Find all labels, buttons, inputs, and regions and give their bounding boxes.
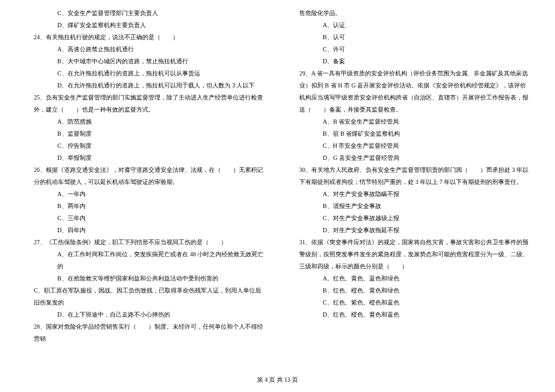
option-text: D、在允许拖拉机通行的道路上，拖拉机可以用于载人，但人数为 3 人以下 bbox=[24, 80, 265, 92]
option-text: C、H 市安全生产监督经管局 bbox=[290, 140, 531, 152]
option-text: B、在抢险救灾等维护国家利益和公共利益活动中受到伤害的 bbox=[24, 273, 265, 285]
option-text: A、对生产安全事故隐瞒不报 bbox=[290, 188, 531, 200]
option-text: C、许可 bbox=[290, 43, 531, 55]
page-footer: 第 4 页 共 13 页 bbox=[0, 374, 555, 386]
question-29: 29、A 省一具有甲级资质的安全评价机构（评价业务范围为金属、非金属矿及其他采选… bbox=[290, 68, 531, 116]
option-text: C、三年内 bbox=[24, 212, 265, 224]
option-text: C、对生产安全事故越级上报 bbox=[290, 212, 531, 224]
option-text: C、控告制度 bbox=[24, 140, 265, 152]
option-text: C、红色、紫色、橙色和蓝色 bbox=[290, 297, 531, 309]
question-25: 25、负有安全生产监督管理的部门实施监督管理，除了主动进入生产经营单位进行检查外… bbox=[24, 92, 265, 116]
option-text: B、驻 B 省煤矿安全监察机构 bbox=[290, 128, 531, 140]
option-text: A、防范措施 bbox=[24, 116, 265, 128]
option-text: B、监督制度 bbox=[24, 128, 265, 140]
page-container: C、安全生产监督管理部门主要负责人 D、煤矿安全监察机构主要负责人 24、有关拖… bbox=[24, 7, 531, 363]
option-text: A、高速公路禁止拖拉机通行 bbox=[24, 43, 265, 55]
option-text: D、红色、橙色、黄色和蓝色 bbox=[290, 309, 531, 321]
option-text: D、G 县安全生产监督经管局 bbox=[290, 152, 531, 164]
question-24: 24、有关拖拉机行驶的规定，说法不正确的是（ ） bbox=[24, 31, 265, 43]
option-text: B、大中城市中心城区内的道路，禁止拖拉机通行 bbox=[24, 55, 265, 68]
option-text: B、认可 bbox=[290, 31, 531, 43]
option-text: B、谎报生产安全事故 bbox=[290, 200, 531, 212]
option-text: D、对生产安全事故拖延不报 bbox=[290, 224, 531, 236]
option-text: A、认证 bbox=[290, 19, 531, 31]
option-text: A、B 省安全生产监督经管局 bbox=[290, 116, 531, 128]
option-text: C、职工原在军队服役，因战、因工负伤致残，已取得革命伤残军人证，到用人单位后旧伤… bbox=[24, 285, 265, 309]
option-text: C、在允许拖拉机通行的道路上，拖拉机可以从事货运 bbox=[24, 68, 265, 80]
option-text: A、红色、黄色、蓝色和绿色 bbox=[290, 273, 531, 285]
option-text: D、四年内 bbox=[24, 224, 265, 236]
question-31: 31、依据《突变事件应对法》的规定，国家将自然灾害，事故灾害和公共卫生事件的预警… bbox=[290, 236, 531, 273]
option-text: A、一年内 bbox=[24, 188, 265, 200]
question-26: 26、根据《道路交通安全法》，对遵守道路交通安全法律、法规，在（ ）无累积记分的… bbox=[24, 164, 265, 188]
option-text: D、在上下班途中，自己走路不小心摔伤的 bbox=[24, 309, 265, 321]
option-text: A、在工作时间和工作岗位，突发疾病死亡或者在 48 小时之内经抢救无效死亡的 bbox=[24, 248, 265, 273]
right-column: 售危险化学品。 A、认证 B、认可 C、许可 D、备案 29、A 省一具有甲级资… bbox=[290, 7, 531, 363]
option-text: D、煤矿安全监察机构主要负责人 bbox=[24, 19, 265, 31]
option-text: B、红色、橙色、黄色和绿色 bbox=[290, 285, 531, 297]
option-text: D、举报制度 bbox=[24, 152, 265, 164]
question-28-cont: 售危险化学品。 bbox=[290, 7, 531, 19]
question-27: 27、《工伤保险条例》规定，职工下列情形不应当视同工伤的是（ ） bbox=[24, 236, 265, 248]
option-text: C、安全生产监督管理部门主要负责人 bbox=[24, 7, 265, 19]
option-text: B、两年内 bbox=[24, 200, 265, 212]
question-30: 30、有关地方人民政府、负有安全生产监督管理职责的部门因（ ）而承担处 3 年以… bbox=[290, 164, 531, 188]
left-column: C、安全生产监督管理部门主要负责人 D、煤矿安全监察机构主要负责人 24、有关拖… bbox=[24, 7, 265, 363]
question-28: 28、国家对危险化学品经营销售实行（ ）制度。未经许可，任何单位和个人不得经营销 bbox=[24, 321, 265, 345]
option-text: D、备案 bbox=[290, 55, 531, 68]
